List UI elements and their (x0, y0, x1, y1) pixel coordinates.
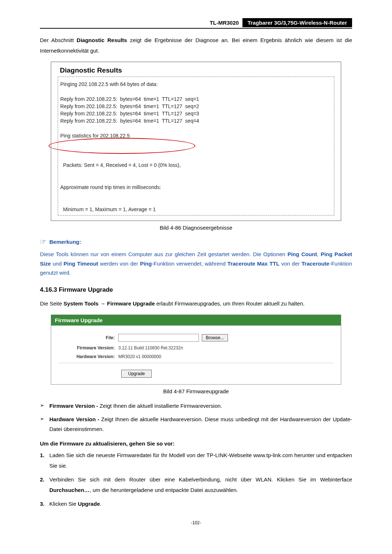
hardware-version-row: Hardware Version: MR3020 v1 00000000 (58, 354, 334, 359)
step-number: 3. (40, 499, 49, 509)
hardware-version-label: Hardware Version: (58, 354, 118, 359)
bullet-text: Hardware Version - Zeigt Ihnen die aktue… (49, 414, 352, 434)
ping-stats-header: Ping statistics for 202.108.22.5 (60, 132, 332, 139)
red-highlight-oval (49, 138, 195, 154)
bemerkung-row: ☞ Bemerkung: (40, 237, 352, 246)
list-item: 1. Laden Sie sich die neueste Firmwareda… (40, 450, 352, 471)
intro-prefix: Der Abschnitt (40, 37, 77, 43)
list-item: ➢ Firmware Version - Zeigt Ihnen die akt… (40, 401, 352, 411)
hardware-version-value: MR3020 v1 00000000 (118, 354, 161, 359)
browse-button[interactable]: Browse... (202, 334, 228, 341)
upgrade-button[interactable]: Upgrade (121, 370, 152, 378)
header-description: Tragbarer 3G/3,75G-Wireless-N-Router (242, 18, 352, 27)
page-header: TL-MR3020 Tragbarer 3G/3,75G-Wireless-N-… (40, 18, 352, 27)
page-number: -102- (40, 520, 352, 525)
section-para-rest: erlaubt Firmwareupgrades, um Ihren Route… (155, 300, 305, 307)
ping-reply: Reply from 202.108.22.5: bytes=64 time=1… (60, 110, 332, 117)
section-para-prefix: Die Seite (40, 300, 64, 307)
header-model: TL-MR3020 (206, 18, 242, 27)
list-item: ➢ Hardware Version - Zeigt Ihnen die akt… (40, 414, 352, 434)
list-item: 3. Klicken Sie Upgrade. (40, 499, 352, 509)
bemerkung-text: Diese Tools können nur von einem Compute… (40, 250, 352, 278)
ping-reply: Reply from 202.108.22.5: bytes=64 time=1… (60, 117, 332, 124)
file-label: File: (58, 335, 118, 340)
ping-header: Pinging 202.108.22.5 with 64 bytes of da… (60, 81, 332, 88)
bemerkung-label: Bemerkung: (49, 239, 81, 245)
step-text: Klicken Sie Upgrade. (49, 499, 352, 509)
instructions-heading: Um die Firmware zu aktualisieren, gehen … (40, 440, 352, 447)
firmware-version-row: Firmware Version: 3.12.11 Build 110830 R… (58, 345, 334, 350)
diagnostic-results-box: Diagnostic Results Pinging 202.108.22.5 … (51, 62, 341, 221)
bullet-arrow-icon: ➢ (40, 401, 49, 411)
intro-paragraph: Der Abschnitt Diagnostic Results zeigt d… (40, 35, 352, 56)
firmware-version-value: 3.12.11 Build 110830 Rel.32232n (118, 345, 183, 350)
diagnostic-title: Diagnostic Results (60, 66, 334, 74)
header-rule (40, 28, 352, 29)
section-paragraph: Die Seite System Tools → Firmware Upgrad… (40, 299, 352, 309)
firmware-divider-2 (58, 363, 334, 363)
hand-point-icon: ☞ (40, 237, 46, 246)
section-heading: 4.16.3 Firmware Upgrade (40, 286, 352, 294)
firmware-body: File: Browse... Firmware Version: 3.12.1… (51, 326, 341, 384)
step-text: Laden Sie sich die neueste Firmwaredatei… (49, 450, 352, 471)
ping-reply: Reply from 202.108.22.5: bytes=64 time=1… (60, 95, 332, 103)
bullet-text: Firmware Version - Zeigt Ihnen die aktue… (49, 401, 352, 411)
figure-caption-1: Bild 4-86 Diagnoseergebnisse (40, 225, 352, 231)
firmware-upgrade-box: Firmware Upgrade File: Browse... Firmwar… (51, 315, 341, 385)
figure-caption-2: Bild 4-87 Firmwareupgrade (40, 388, 352, 394)
ping-approx: Approximate round trip times in millisec… (60, 184, 181, 191)
file-input[interactable] (118, 334, 199, 342)
ping-packets: Packets: Sent = 4, Received = 4, Lost = … (60, 161, 181, 169)
list-item: 2. Verbinden Sie sich mit dem Router übe… (40, 475, 352, 495)
step-number: 2. (40, 475, 49, 495)
bullet-arrow-icon: ➢ (40, 414, 49, 434)
firmware-upgrade-header: Firmware Upgrade (51, 315, 341, 325)
step-number: 1. (40, 450, 49, 471)
firmware-version-label: Firmware Version: (58, 345, 118, 350)
step-text: Verbinden Sie sich mit dem Router über e… (49, 475, 352, 495)
intro-bold: Diagnostic Results (77, 37, 127, 43)
ping-reply: Reply from 202.108.22.5: bytes=64 time=1… (60, 103, 332, 110)
ping-minmax: Minimum = 1, Maximum = 1, Average = 1 (60, 206, 332, 213)
bullet-list: ➢ Firmware Version - Zeigt Ihnen die akt… (40, 401, 352, 434)
numbered-list: 1. Laden Sie sich die neueste Firmwareda… (40, 450, 352, 509)
highlighted-lines: Packets: Sent = 4, Received = 4, Lost = … (60, 139, 181, 206)
diagnostic-output: Pinging 202.108.22.5 with 64 bytes of da… (58, 77, 334, 216)
file-row: File: Browse... (58, 334, 334, 342)
section-para-bold: System Tools → Firmware Upgrade (64, 300, 155, 307)
